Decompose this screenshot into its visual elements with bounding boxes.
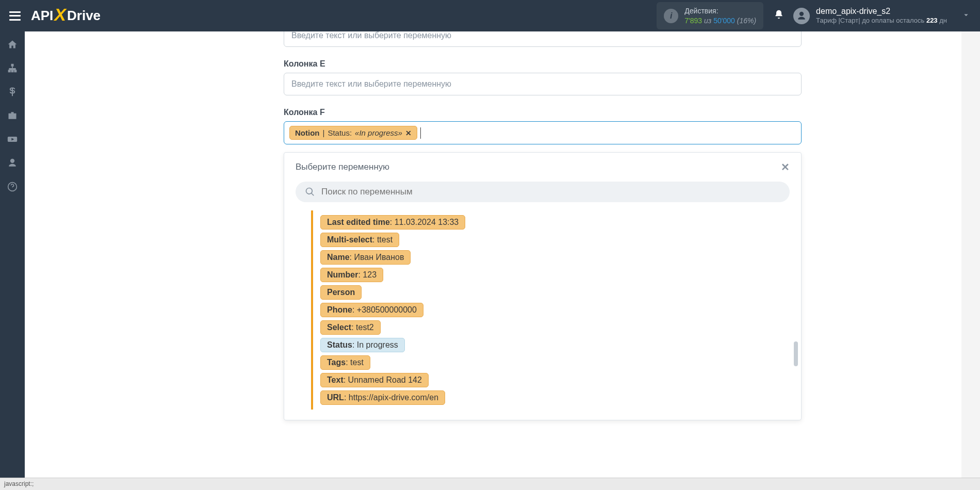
tariff-prefix: Тариф |Старт| до оплаты осталось [816,17,926,24]
logo-part-api: API [31,8,53,24]
bell-icon[interactable] [774,9,784,22]
actions-pct: (16%) [737,17,756,25]
actions-used: 7'893 [684,17,702,25]
actions-total: 50'000 [713,17,735,25]
logo-part-x: X [54,5,66,25]
actions-iz: из [704,17,711,25]
tariff-suffix: дн [938,17,947,24]
actions-text: Действия: 7'893 из 50'000 (16%) [684,6,756,25]
logo[interactable]: API X Drive [31,6,101,26]
logo-part-drive: Drive [67,8,101,24]
user-tariff: Тариф |Старт| до оплаты осталось 223 дн [816,17,947,25]
user-info[interactable]: demo_apix-drive_s2 Тариф |Старт| до опла… [816,6,947,26]
info-icon: i [664,9,678,23]
chevron-down-icon[interactable] [961,10,971,22]
actions-counter[interactable]: i Действия: 7'893 из 50'000 (16%) [657,2,763,29]
user-name: demo_apix-drive_s2 [816,6,947,17]
menu-burger-icon[interactable] [9,11,21,21]
actions-label: Действия: [684,6,756,15]
avatar-icon[interactable] [793,8,810,24]
tariff-days: 223 [926,17,938,24]
header: API X Drive i Действия: 7'893 из 50'000 … [0,0,980,31]
